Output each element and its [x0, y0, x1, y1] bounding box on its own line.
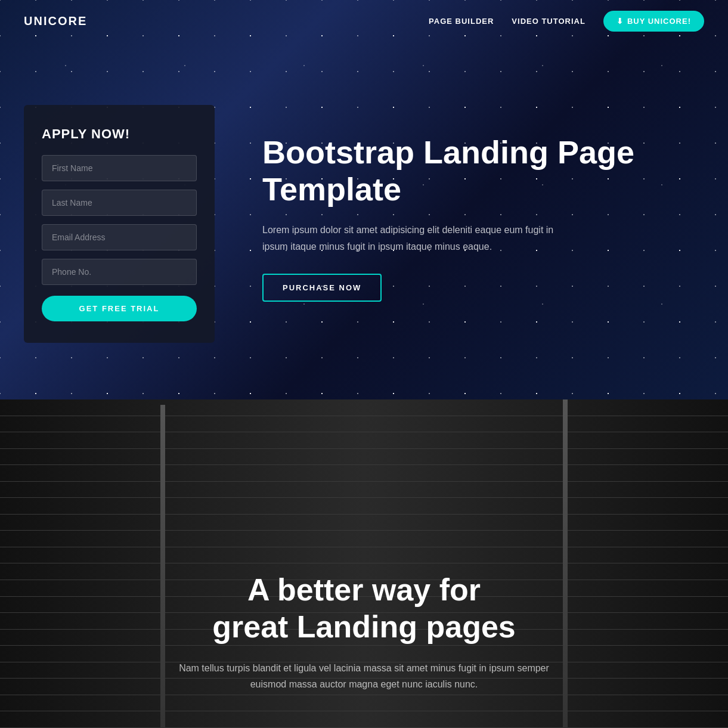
- email-input[interactable]: [42, 224, 197, 250]
- navbar: UNICORE PAGE BUILDER VIDEO TUTORIAL ⬇ BU…: [0, 0, 728, 42]
- hero-body-text: Lorem ipsum dolor sit amet adipisicing e…: [262, 222, 560, 254]
- get-free-trial-button[interactable]: GET FREE TRIAL: [42, 296, 197, 321]
- brand-logo: UNICORE: [24, 14, 87, 28]
- buy-button[interactable]: ⬇ BUY UNICORE!: [603, 11, 704, 32]
- purchase-now-button[interactable]: PURCHASE NOW: [262, 274, 382, 302]
- section2-body-text: Nam tellus turpis blandit et ligula vel …: [174, 660, 555, 692]
- nav-link-page-builder[interactable]: PAGE BUILDER: [429, 17, 494, 26]
- hero-text-block: Bootstrap Landing Page Template Lorem ip…: [215, 134, 704, 302]
- form-title: APPLY NOW!: [42, 126, 197, 142]
- section2-content: A better way for great Landing pages Nam…: [150, 571, 579, 692]
- buy-button-label: BUY UNICORE!: [627, 17, 691, 26]
- signup-form-card: APPLY NOW! GET FREE TRIAL: [24, 105, 215, 343]
- section2: A better way for great Landing pages Nam…: [0, 399, 728, 728]
- hero-headline: Bootstrap Landing Page Template: [262, 134, 704, 207]
- nav-link-video-tutorial[interactable]: VIDEO TUTORIAL: [512, 17, 586, 26]
- download-icon: ⬇: [617, 17, 624, 26]
- phone-input[interactable]: [42, 259, 197, 285]
- hero-section: APPLY NOW! GET FREE TRIAL Bootstrap Land…: [0, 0, 728, 399]
- section2-headline: A better way for great Landing pages: [174, 571, 555, 646]
- first-name-input[interactable]: [42, 155, 197, 181]
- last-name-input[interactable]: [42, 190, 197, 216]
- nav-links: PAGE BUILDER VIDEO TUTORIAL ⬇ BUY UNICOR…: [429, 11, 704, 32]
